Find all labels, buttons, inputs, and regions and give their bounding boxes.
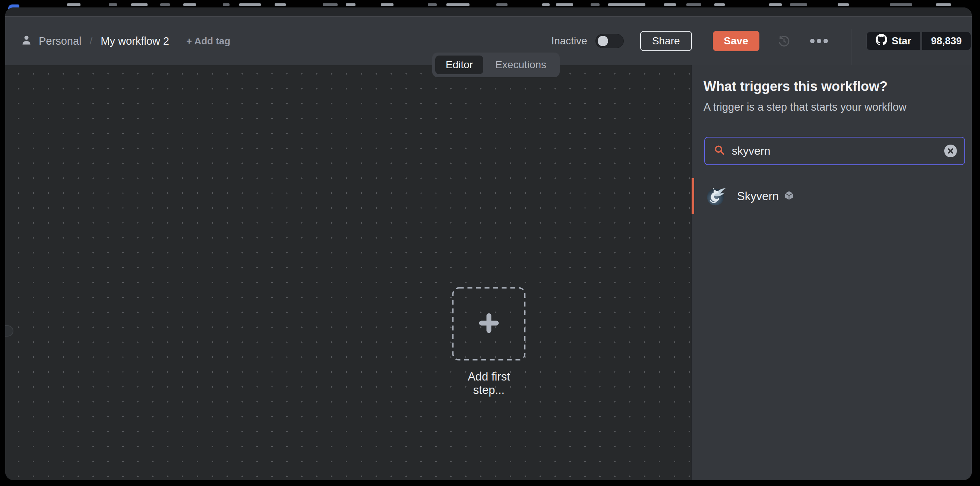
browser-tabstrip-remnant [5,8,972,16]
browser-tab-fragment [223,3,229,6]
browser-tab-fragment [890,3,912,6]
breadcrumb-project[interactable]: Personal [39,35,81,47]
node-result-skyvern[interactable]: Skyvern [692,178,972,214]
browser-tab-fragment [346,3,355,6]
save-button[interactable]: Save [713,31,759,51]
browser-tab-fragment [323,3,337,6]
panel-title: What triggers this workflow? [703,79,888,94]
browser-tab-fragment [608,3,645,6]
node-search-box [704,137,965,165]
browser-tab-fragment [686,3,701,6]
github-star-button[interactable]: Star [866,32,921,50]
toggle-knob [598,36,608,46]
app-window: Personal / My workflow 2 + Add tag Inact… [5,8,972,480]
browser-tab-fragment [769,3,782,6]
trigger-panel: What triggers this workflow? A trigger i… [691,65,972,480]
panel-subtitle: A trigger is a step that starts your wor… [703,101,907,113]
browser-tab-fragment [275,3,286,6]
sidebar-collapse-handle[interactable] [5,325,13,336]
browser-tab-fragment [160,3,170,6]
community-node-icon [784,190,794,202]
browser-tab-fragment [131,3,148,6]
activation-status-label: Inactive [551,35,587,47]
plus-icon [479,313,499,335]
github-star-widget: Star 98,839 [866,32,971,50]
breadcrumb-separator: / [89,35,92,47]
add-tag-button[interactable]: + Add tag [186,35,230,47]
result-accent-bar [692,178,694,214]
workflow-canvas[interactable]: Add first step... [5,65,691,480]
browser-tab-fragment [838,3,849,6]
search-input[interactable] [726,137,944,164]
browser-tab-fragment [790,3,807,6]
browser-tab-fragment [590,3,600,6]
tab-editor[interactable]: Editor [435,56,483,74]
browser-tab-fragment [381,3,393,6]
github-star-count[interactable]: 98,839 [922,32,971,50]
workflow-title[interactable]: My workflow 2 [100,35,169,47]
browser-tab-fragment [714,3,725,6]
github-icon [876,34,887,48]
search-icon [713,144,726,158]
header-actions: Inactive Share Save [551,17,828,65]
add-first-step-label: Add first step... [452,370,526,397]
node-result-name: Skyvern [737,190,779,203]
more-options-icon[interactable] [810,39,828,43]
clear-search-icon[interactable] [944,145,957,157]
browser-tab-fragment [446,3,469,6]
github-star-label: Star [892,35,912,47]
add-first-step-button[interactable] [452,287,526,361]
skyvern-logo-icon [704,185,727,208]
breadcrumb: Personal / My workflow 2 + Add tag [20,17,230,65]
browser-tab-fragment [67,3,81,6]
tab-executions[interactable]: Executions [485,56,557,74]
browser-tab-fragment [664,3,676,6]
browser-tab-fragment [109,3,117,6]
history-icon[interactable] [776,33,792,49]
browser-tab-fragment [239,3,261,6]
browser-tab-fragment [496,3,508,6]
view-tabs: Editor Executions [432,53,560,77]
activation-toggle[interactable] [595,34,624,48]
share-button[interactable]: Share [640,31,692,51]
browser-tab-fragment [183,3,196,6]
browser-tab-fragment [428,3,437,6]
person-icon [20,34,33,48]
browser-tab-fragment [936,3,951,6]
browser-tab-fragment [542,3,550,6]
browser-tab-fragment [556,3,573,6]
